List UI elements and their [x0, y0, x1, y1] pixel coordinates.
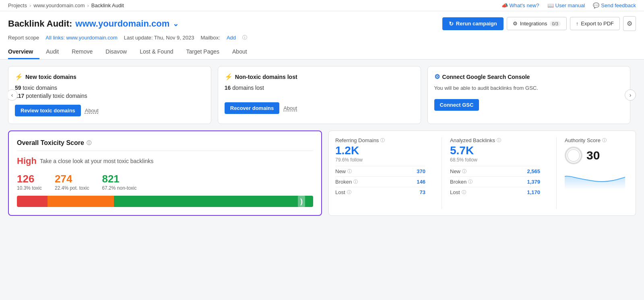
tab-about[interactable]: About: [226, 45, 254, 59]
top-actions: 📣 What's new? 📖 User manual 💬 Send feedb…: [502, 2, 636, 8]
authority-info-icon[interactable]: ⓘ: [602, 137, 607, 143]
card-toxic-stat-1: 59 toxic domains: [15, 85, 204, 91]
tab-audit[interactable]: Audit: [39, 45, 65, 59]
card-non-toxic-lost: ⚡ Non-toxic domains lost 16 domains lost…: [218, 66, 421, 124]
recover-domains-button[interactable]: Recover domains: [225, 102, 279, 114]
toxicity-level-row: High Take a close look at your most toxi…: [17, 156, 313, 166]
pot-toxic-count: 274: [55, 173, 89, 185]
mailbox-add-link[interactable]: Add: [227, 35, 236, 41]
metrics-sections: Referring Domains ⓘ 1.2K 79.6% follow Ne…: [335, 137, 629, 209]
tab-lost-found[interactable]: Lost & Found: [133, 45, 180, 59]
rd-broken-info[interactable]: ⓘ: [353, 179, 358, 185]
review-toxic-button[interactable]: Review toxic domains: [15, 105, 81, 116]
ab-info-icon[interactable]: ⓘ: [497, 137, 501, 143]
rd-broken-value[interactable]: 146: [417, 179, 425, 185]
analyzed-backlinks-title: Analyzed Backlinks ⓘ: [450, 137, 540, 143]
authority-title: Authority Score ⓘ: [565, 137, 629, 143]
ab-new-info[interactable]: ⓘ: [462, 168, 466, 174]
user-manual-link[interactable]: 📖 User manual: [547, 2, 585, 8]
referring-domains-value: 1.2K: [335, 145, 425, 156]
breadcrumb-sep-1: ›: [29, 2, 31, 8]
about-button-card-2[interactable]: About: [283, 105, 297, 111]
title-domain[interactable]: www.yourdomain.com: [75, 19, 169, 29]
toxicity-stats-row: 126 10.3% toxic 274 22.4% pot. toxic 821…: [17, 173, 313, 191]
ab-broken-label: Broken ⓘ: [450, 179, 473, 185]
integrations-icon: ⚙: [513, 21, 518, 27]
pot-toxic-stat: 274 22.4% pot. toxic: [55, 173, 89, 191]
rd-row-lost: Lost ⓘ 73: [335, 187, 425, 197]
header: Backlink Audit: www.yourdomain.com ⌄ ↻ R…: [0, 11, 644, 60]
toxicity-info-icon[interactable]: ⓘ: [87, 140, 91, 147]
authority-ring: [565, 147, 582, 164]
rd-new-info[interactable]: ⓘ: [347, 168, 352, 174]
book-icon: 📖: [547, 2, 554, 8]
pot-toxic-pct: 22.4% pot. toxic: [55, 185, 89, 191]
report-scope-label: Report scope: [8, 35, 39, 41]
settings-button[interactable]: ⚙: [623, 16, 636, 31]
bar-red-segment: [17, 196, 47, 207]
rerun-campaign-button[interactable]: ↻ Rerun campaign: [442, 17, 504, 30]
analyzed-backlinks-value: 5.7K: [450, 145, 540, 156]
cards-row: ‹ ⚡ New toxic domains 59 toxic domains 1…: [8, 66, 636, 124]
card-toxic-stat-2: 117 potentially toxic domains: [15, 93, 204, 99]
bar-green-segment: ): [114, 196, 313, 207]
breadcrumb-current: Backlink Audit: [91, 2, 124, 8]
toxicity-card: Overall Toxicity Score ⓘ High Take a clo…: [8, 130, 322, 216]
ab-broken-value[interactable]: 1,379: [527, 179, 540, 185]
card-non-toxic-stat: 16 domains lost: [225, 85, 414, 91]
bar-cursor-indicator: ): [298, 196, 305, 207]
export-icon: ↑: [576, 21, 579, 27]
breadcrumb-domain[interactable]: www.yourdomain.com: [33, 2, 85, 8]
header-actions: ↻ Rerun campaign ⚙ Integrations 0/3 ↑ Ex…: [442, 16, 636, 31]
connect-gsc-button[interactable]: Connect GSC: [434, 99, 479, 111]
nav-arrow-right[interactable]: ›: [625, 89, 636, 101]
toxic-pct: 10.3% toxic: [17, 185, 42, 191]
rd-info-icon[interactable]: ⓘ: [380, 137, 385, 143]
metrics-divider-2: [556, 137, 557, 209]
rd-new-value[interactable]: 370: [417, 168, 425, 174]
integrations-button[interactable]: ⚙ Integrations 0/3: [507, 17, 567, 30]
ab-broken-info[interactable]: ⓘ: [468, 179, 473, 185]
rd-lost-info[interactable]: ⓘ: [347, 189, 351, 195]
card-non-toxic-title: ⚡ Non-toxic domains lost: [225, 73, 414, 81]
card-new-toxic: ⚡ New toxic domains 59 toxic domains 117…: [8, 66, 211, 124]
tab-overview[interactable]: Overview: [8, 45, 39, 59]
header-meta: Report scope All links: www.yourdomain.c…: [8, 34, 636, 41]
report-scope-link[interactable]: All links: www.yourdomain.com: [45, 35, 117, 41]
ab-row-broken: Broken ⓘ 1,379: [450, 176, 540, 187]
breadcrumb-projects[interactable]: Projects: [8, 2, 27, 8]
toxicity-bar: ): [17, 196, 313, 207]
ab-new-value[interactable]: 2,565: [527, 168, 540, 174]
last-update: Last update: Thu, Nov 9, 2023: [124, 35, 194, 41]
metrics-card: Referring Domains ⓘ 1.2K 79.6% follow Ne…: [328, 130, 636, 216]
metrics-divider-1: [442, 137, 442, 209]
integrations-badge: 0/3: [550, 21, 561, 27]
ab-lost-value[interactable]: 1,170: [527, 189, 540, 195]
card-gsc-title: ⚙ Connect Google Search Console: [434, 73, 624, 81]
referring-domains-follow: 79.6% follow: [335, 157, 425, 163]
breadcrumb-sep-2: ›: [87, 2, 89, 8]
whats-new-link[interactable]: 📣 What's new?: [502, 2, 539, 8]
chevron-down-icon[interactable]: ⌄: [173, 19, 179, 28]
lightning-icon-2: ⚡: [225, 73, 233, 81]
export-pdf-button[interactable]: ↑ Export to PDF: [570, 17, 620, 30]
ab-new-label: New ⓘ: [450, 168, 466, 174]
send-feedback-link[interactable]: 💬 Send feedback: [593, 2, 636, 8]
mailbox-info-icon[interactable]: ⓘ: [242, 34, 247, 41]
rd-new-label: New ⓘ: [335, 168, 352, 174]
about-button-card-1[interactable]: About: [85, 108, 99, 114]
tab-target-pages[interactable]: Target Pages: [180, 45, 226, 59]
tab-disavow[interactable]: Disavow: [99, 45, 133, 59]
rd-lost-label: Lost ⓘ: [335, 189, 351, 195]
rd-row-new: New ⓘ 370: [335, 166, 425, 176]
nav-tabs: Overview Audit Remove Disavow Lost & Fou…: [8, 45, 636, 59]
ab-lost-info[interactable]: ⓘ: [462, 189, 466, 195]
card-new-toxic-title: ⚡ New toxic domains: [15, 73, 204, 81]
rd-lost-value[interactable]: 73: [420, 189, 425, 195]
authority-value: 30: [586, 149, 600, 162]
lightning-icon-1: ⚡: [15, 73, 23, 81]
refresh-icon: ↻: [449, 21, 454, 27]
authority-display: 30: [565, 147, 629, 164]
rd-row-broken: Broken ⓘ 146: [335, 176, 425, 187]
tab-remove[interactable]: Remove: [65, 45, 99, 59]
